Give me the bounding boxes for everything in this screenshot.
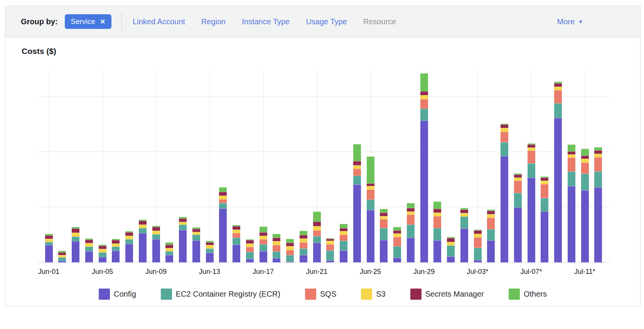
bar-jul-08[interactable] <box>541 176 548 262</box>
bar-jun-24[interactable] <box>353 144 361 262</box>
bar-segment-s3 <box>528 148 535 151</box>
bar-segment-secrets-manager <box>340 228 347 231</box>
chart-card: Costs ($) Jun-01Jun-05Jun-09Jun-13Jun-17… <box>5 37 641 306</box>
bar-jun-22[interactable] <box>326 238 334 262</box>
bar-segment-secrets-manager <box>112 240 120 243</box>
bar-jun-27[interactable] <box>393 227 401 262</box>
chip-label: Service <box>71 17 95 26</box>
bar-segment-ec2-container-registry-ecr- <box>246 252 254 259</box>
bar-segment-config <box>72 241 79 262</box>
bar-segment-ec2-container-registry-ecr- <box>233 238 240 245</box>
bar-segment-sqs <box>233 233 240 238</box>
x-tick-label: Jul-07* <box>520 268 542 276</box>
bar-jun-12[interactable] <box>192 227 200 262</box>
bar-segment-secrets-manager <box>420 91 428 95</box>
bar-segment-others <box>393 227 401 230</box>
bar-segment-secrets-manager <box>460 210 468 213</box>
bar-jun-26[interactable] <box>380 209 388 262</box>
bar-jun-01[interactable] <box>45 234 53 262</box>
bar-segment-ec2-container-registry-ecr- <box>273 252 280 258</box>
bar-segment-s3 <box>45 239 53 242</box>
legend-item-secrets-manager[interactable]: Secrets Manager <box>410 289 484 300</box>
bar-segment-ec2-container-registry-ecr- <box>340 241 347 250</box>
bar-jul-06[interactable] <box>514 173 522 262</box>
bar-segment-ec2-container-registry-ecr- <box>393 246 401 258</box>
legend-item-ec2-container-registry-ecr-[interactable]: EC2 Container Registry (ECR) <box>161 289 280 300</box>
bar-jun-08[interactable] <box>139 220 147 262</box>
group-by-toolbar: Group by: Service ✕ Linked AccountRegion… <box>5 6 641 37</box>
bar-jun-14[interactable] <box>219 187 227 262</box>
bar-jun-20[interactable] <box>300 231 307 262</box>
legend-item-config[interactable]: Config <box>99 289 136 300</box>
group-by-link-region[interactable]: Region <box>201 17 226 26</box>
bar-jul-03[interactable] <box>474 230 482 262</box>
bar-jun-21[interactable] <box>313 212 321 262</box>
vertical-gridline <box>102 69 103 262</box>
bar-jun-28[interactable] <box>407 203 415 262</box>
bar-jun-04[interactable] <box>85 238 93 262</box>
bar-segment-config <box>85 251 93 262</box>
group-by-link-usage-type[interactable]: Usage Type <box>306 17 347 26</box>
group-by-link-linked-account[interactable]: Linked Account <box>133 17 185 26</box>
bar-segment-secrets-manager <box>514 175 522 178</box>
bar-segment-s3 <box>192 232 200 235</box>
bar-jun-03[interactable] <box>72 227 79 262</box>
bar-segment-ec2-container-registry-ecr- <box>300 248 307 255</box>
bar-jul-01[interactable] <box>447 237 455 262</box>
group-by-label: Group by: <box>21 17 58 26</box>
bar-jun-07[interactable] <box>125 231 133 262</box>
bar-segment-config <box>581 190 589 262</box>
group-by-link-instance-type[interactable]: Instance Type <box>242 17 290 26</box>
bar-jun-18[interactable] <box>273 234 280 262</box>
legend-item-sqs[interactable]: SQS <box>305 289 336 300</box>
bar-segment-sqs <box>501 132 508 142</box>
chart-title: Costs ($) <box>22 47 56 56</box>
bar-segment-s3 <box>460 213 468 217</box>
bar-jul-11[interactable] <box>581 149 589 262</box>
bar-segment-secrets-manager <box>206 242 214 245</box>
bar-segment-s3 <box>420 95 428 99</box>
bar-segment-s3 <box>501 128 508 132</box>
bar-jun-19[interactable] <box>286 239 294 262</box>
bar-jul-12[interactable] <box>594 147 602 262</box>
bar-jun-02[interactable] <box>58 251 66 262</box>
bar-jun-23[interactable] <box>340 224 347 262</box>
bar-jun-25[interactable] <box>367 156 374 262</box>
bar-jul-02[interactable] <box>460 208 468 262</box>
bar-segment-ec2-container-registry-ecr- <box>286 255 294 262</box>
more-menu-button[interactable]: More ▼ <box>557 17 583 26</box>
bar-segment-ec2-container-registry-ecr- <box>367 200 374 210</box>
close-icon[interactable]: ✕ <box>100 18 105 25</box>
bar-segment-s3 <box>568 154 575 158</box>
legend-item-s3[interactable]: S3 <box>361 289 385 300</box>
bar-jul-04[interactable] <box>487 210 495 262</box>
bar-jun-09[interactable] <box>152 226 160 262</box>
legend-item-others[interactable]: Others <box>509 289 547 300</box>
bar-jul-10[interactable] <box>568 144 575 262</box>
bar-jun-11[interactable] <box>179 217 187 262</box>
bar-segment-config <box>367 210 374 262</box>
bar-jul-09[interactable] <box>554 82 562 262</box>
bar-jun-29[interactable] <box>420 73 428 262</box>
bar-jun-13[interactable] <box>206 241 214 262</box>
bar-jun-05[interactable] <box>99 245 106 262</box>
bar-segment-others <box>407 203 415 208</box>
bar-segment-others <box>260 227 267 232</box>
bar-jun-16[interactable] <box>246 239 254 262</box>
bar-jun-17[interactable] <box>260 227 267 262</box>
bar-jun-15[interactable] <box>233 225 240 262</box>
bar-jun-06[interactable] <box>112 239 120 262</box>
bar-segment-s3 <box>340 231 347 235</box>
bar-jul-07[interactable] <box>528 143 535 262</box>
bar-segment-others <box>581 149 589 156</box>
bar-segment-ec2-container-registry-ecr- <box>219 203 227 208</box>
bar-segment-sqs <box>594 157 602 171</box>
bar-segment-config <box>286 262 294 262</box>
bar-jun-10[interactable] <box>165 242 173 262</box>
bar-segment-s3 <box>380 216 388 219</box>
bar-jul-05[interactable] <box>501 124 508 262</box>
bar-segment-config <box>340 250 347 262</box>
group-by-chip-service[interactable]: Service ✕ <box>65 14 112 29</box>
legend-swatch <box>361 289 372 300</box>
bar-jun-30[interactable] <box>433 201 441 262</box>
